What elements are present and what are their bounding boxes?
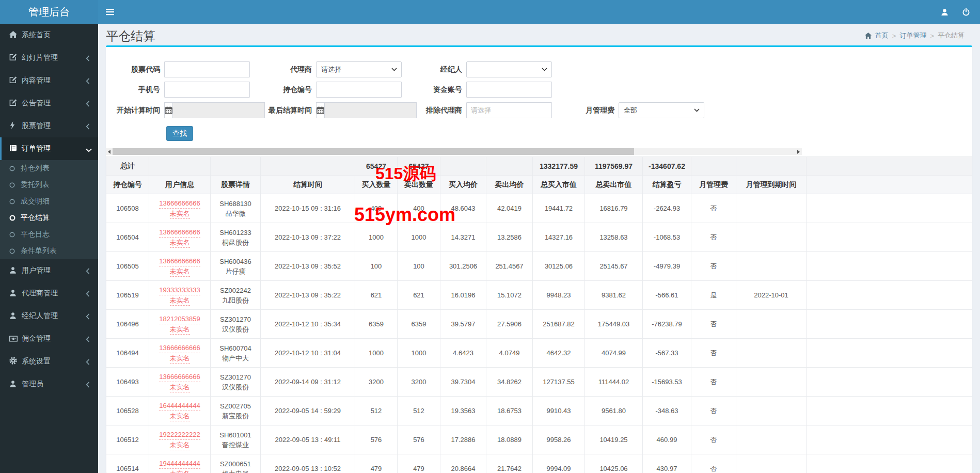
sidebar-subitem-close-log[interactable]: 平仓日志 bbox=[0, 226, 98, 243]
user-verify-link[interactable]: 未实名 bbox=[170, 382, 190, 392]
user-verify-link[interactable]: 未实名 bbox=[170, 324, 190, 335]
user-phone-link[interactable]: 13666666666 bbox=[159, 372, 200, 382]
totals-value bbox=[736, 157, 807, 176]
cell-buy-qty: 1000 bbox=[355, 339, 398, 368]
broker-select[interactable] bbox=[466, 61, 552, 77]
cell-position-id: 106508 bbox=[106, 194, 149, 223]
search-button[interactable]: 查找 bbox=[166, 126, 193, 141]
cell-fee-expire bbox=[736, 339, 807, 368]
user-verify-link[interactable]: 未实名 bbox=[170, 266, 190, 277]
user-phone-link[interactable]: 19333333333 bbox=[159, 285, 200, 295]
bolt-icon bbox=[9, 121, 22, 131]
user-icon bbox=[9, 289, 22, 298]
sidebar-item-agents[interactable]: 代理商管理 bbox=[0, 282, 98, 305]
sidebar-item-users[interactable]: 用户管理 bbox=[0, 259, 98, 282]
logout-button[interactable] bbox=[955, 0, 977, 24]
column-header: 卖出均价 bbox=[486, 176, 533, 194]
sidebar-item-home[interactable]: 系统首页 bbox=[0, 24, 98, 46]
cell-profit: -348.63 bbox=[643, 397, 691, 425]
sidebar-item-label: 代理商管理 bbox=[22, 289, 58, 297]
stock-code: SH688130 bbox=[211, 199, 260, 209]
scroll-left-arrow-icon[interactable] bbox=[106, 148, 113, 155]
sidebar-item-stocks[interactable]: 股票管理 bbox=[0, 115, 98, 137]
totals-value: 1332177.59 bbox=[533, 157, 585, 176]
cell-monthly-fee: 否 bbox=[691, 310, 736, 339]
user-phone-link[interactable]: 16444444444 bbox=[159, 401, 200, 411]
sidebar-subitem-label: 成交明细 bbox=[21, 197, 50, 205]
user-phone-link[interactable]: 13666666666 bbox=[159, 343, 200, 353]
cell-sell-avg: 18.6753 bbox=[486, 397, 533, 425]
sidebar-item-commission[interactable]: 佣金管理 bbox=[0, 327, 98, 350]
sidebar-item-orders[interactable]: 订单管理 bbox=[0, 137, 98, 160]
cell-stock-detail: SH600704物产中大 bbox=[211, 339, 261, 368]
cell-sell-avg: 15.1072 bbox=[486, 281, 533, 310]
user-verify-link[interactable]: 未实名 bbox=[170, 209, 190, 219]
cell-buy-qty: 100 bbox=[355, 252, 398, 281]
chevron-left-icon bbox=[86, 313, 92, 319]
monthly-fee-select[interactable]: 全部 bbox=[619, 102, 704, 118]
power-icon bbox=[962, 8, 970, 16]
user-phone-link[interactable]: 19444444444 bbox=[159, 459, 200, 469]
cell-filler bbox=[807, 281, 973, 310]
sidebar-subitem-deals[interactable]: 成交明细 bbox=[0, 193, 98, 210]
app-logo[interactable]: 管理后台 bbox=[0, 0, 98, 24]
sidebar-item-label: 内容管理 bbox=[22, 76, 51, 84]
sidebar-item-brokers[interactable]: 经纪人管理 bbox=[0, 305, 98, 327]
user-phone-link[interactable]: 19222222222 bbox=[159, 430, 200, 440]
cell-fee-expire bbox=[736, 310, 807, 339]
horizontal-scrollbar[interactable] bbox=[106, 148, 802, 155]
user-menu-button[interactable] bbox=[934, 0, 955, 24]
user-verify-link[interactable]: 未实名 bbox=[170, 353, 190, 364]
cell-position-id: 106514 bbox=[106, 454, 149, 473]
cell-user-info: 19333333333未实名 bbox=[149, 281, 211, 310]
chevron-left-icon bbox=[86, 358, 92, 365]
user-phone-link[interactable]: 18212053859 bbox=[159, 314, 200, 324]
user-phone-link[interactable]: 13666666666 bbox=[159, 198, 200, 209]
user-verify-link[interactable]: 未实名 bbox=[170, 411, 190, 421]
user-phone-link[interactable]: 13666666666 bbox=[159, 256, 200, 266]
sidebar-item-content[interactable]: 内容管理 bbox=[0, 69, 98, 92]
scrollbar-thumb[interactable] bbox=[113, 148, 634, 155]
cell-buy-avg: 14.3271 bbox=[440, 223, 486, 252]
circle-o-icon bbox=[9, 247, 21, 256]
chevron-left-icon bbox=[86, 123, 92, 129]
sidebar-subitem-settlement[interactable]: 平仓结算 bbox=[0, 210, 98, 226]
breadcrumb-section[interactable]: 订单管理 bbox=[899, 31, 926, 40]
stock-name: 晋控煤业 bbox=[211, 440, 260, 450]
totals-value bbox=[211, 157, 261, 176]
cell-position-id: 106512 bbox=[106, 425, 149, 454]
main-header: 管理后台 bbox=[0, 0, 980, 24]
sidebar-item-slides[interactable]: 幻灯片管理 bbox=[0, 46, 98, 69]
sidebar-toggle-button[interactable] bbox=[98, 0, 122, 24]
circle-o-icon bbox=[9, 198, 21, 206]
user-phone-link[interactable]: 13666666666 bbox=[159, 227, 200, 238]
table-row: 10649313666666666未实名SZ301270汉仪股份2022-09-… bbox=[106, 368, 973, 397]
cell-profit: -2624.93 bbox=[643, 194, 691, 223]
sidebar-subitem-condition[interactable]: 条件单列表 bbox=[0, 243, 98, 259]
cell-filler bbox=[807, 397, 973, 425]
user-verify-link[interactable]: 未实名 bbox=[170, 295, 190, 306]
scroll-right-arrow-icon[interactable] bbox=[795, 148, 802, 155]
breadcrumb: 首页 > 订单管理 > 平仓结算 bbox=[865, 31, 965, 40]
user-verify-link[interactable]: 未实名 bbox=[170, 440, 190, 450]
user-verify-link[interactable]: 未实名 bbox=[170, 238, 190, 248]
column-header: 结算盈亏 bbox=[643, 176, 691, 194]
sidebar-item-settings[interactable]: 系统设置 bbox=[0, 350, 98, 373]
cell-fee-expire bbox=[736, 397, 807, 425]
user-verify-link[interactable]: 未实名 bbox=[170, 469, 190, 473]
cell-monthly-fee: 否 bbox=[691, 339, 736, 368]
cell-filler bbox=[807, 310, 973, 339]
cell-stock-detail: SZ002705新宝股份 bbox=[211, 397, 261, 425]
totals-value bbox=[149, 157, 211, 176]
chevron-left-icon bbox=[86, 267, 92, 274]
fund-account-input[interactable] bbox=[466, 82, 552, 98]
sidebar-item-admins[interactable]: 管理员 bbox=[0, 373, 98, 396]
breadcrumb-home[interactable]: 首页 bbox=[875, 31, 889, 40]
sidebar-subitem-positions[interactable]: 持仓列表 bbox=[0, 160, 98, 177]
circle-o-icon bbox=[9, 181, 21, 190]
totals-value bbox=[691, 157, 736, 176]
cell-user-info: 18212053859未实名 bbox=[149, 310, 211, 339]
sidebar-subitem-entrust[interactable]: 委托列表 bbox=[0, 177, 98, 193]
sidebar-item-notice[interactable]: 公告管理 bbox=[0, 92, 98, 115]
cell-monthly-fee: 否 bbox=[691, 425, 736, 454]
